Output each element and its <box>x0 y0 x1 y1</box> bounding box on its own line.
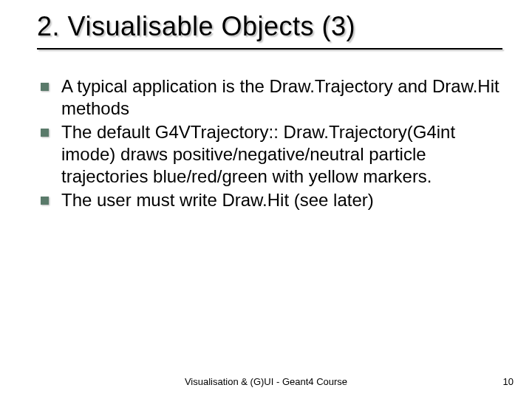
bullet-text: The user must write Draw.Hit (see later) <box>61 190 374 210</box>
footer-center: Visualisation & (G)UI - Geant4 Course <box>0 376 532 387</box>
list-item: A typical application is the Draw.Trajec… <box>41 75 502 120</box>
list-item: The user must write Draw.Hit (see later) <box>41 189 502 211</box>
list-item: The default G4VTrajectory:: Draw.Traject… <box>41 121 502 188</box>
slide-title: 2. Visualisable Objects (3) <box>37 11 502 42</box>
footer: Visualisation & (G)UI - Geant4 Course 10 <box>0 376 532 387</box>
bullet-text: A typical application is the Draw.Trajec… <box>61 76 499 118</box>
bullet-text: The default G4VTrajectory:: Draw.Traject… <box>61 122 455 186</box>
slide: 2. Visualisable Objects (3) A typical ap… <box>0 0 532 399</box>
page-number: 10 <box>503 376 514 387</box>
bullet-list: A typical application is the Draw.Trajec… <box>41 75 502 211</box>
title-underline <box>37 48 502 50</box>
